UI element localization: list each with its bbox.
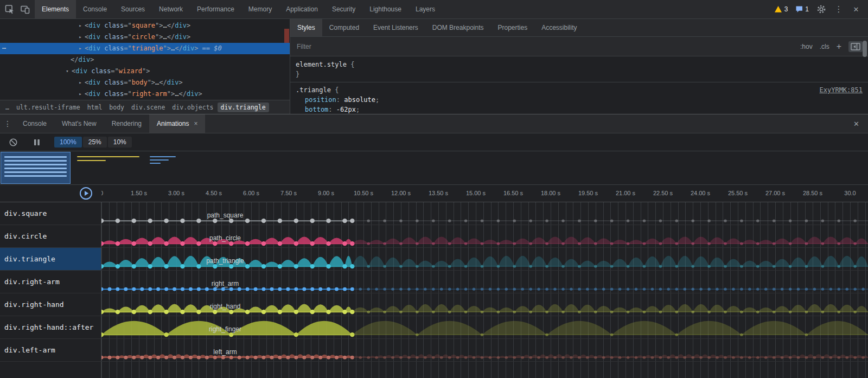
drawer-tabbar: ⋮ ConsoleWhat's NewRenderingAnimations× … [0,114,868,133]
playback-rate-10[interactable]: 10% [108,137,132,148]
styles-filter-input[interactable] [296,42,793,51]
animation-row-selector[interactable]: div.square [0,202,101,225]
css-declaration[interactable]: position: absolute; [296,95,863,105]
dom-token: div [175,33,187,41]
new-style-rule-button[interactable]: + [837,42,841,51]
animation-row-selector[interactable]: div.left-arm [0,339,101,361]
replay-button[interactable] [79,187,93,200]
playback-rate-25[interactable]: 25% [83,137,107,148]
devtools-tab-memory[interactable]: Memory [241,0,279,18]
clear-all-icon[interactable] [5,135,21,149]
styles-tab-computed[interactable]: Computed [322,19,366,36]
breadcrumb-item-ult-result-iframe[interactable]: ult.result-iframe [13,102,84,112]
dom-tree-node[interactable]: ▸<div class="circle">…</div> [0,31,290,43]
close-tab-icon[interactable]: × [194,120,197,127]
animation-group-preview-1[interactable] [1,152,70,183]
styles-scrollbar-thumb[interactable] [863,41,867,57]
collapse-arrow-icon[interactable]: ▸ [77,20,84,31]
dom-tree-node[interactable]: ▸<div class="right-arm">…</div> [0,88,290,100]
tab-label: Console [23,120,47,127]
drawer-tab-what-s-new[interactable]: What's New [54,114,104,133]
pseudo-state-toggle[interactable]: :hov [800,43,813,50]
elements-scrollbar-thumb[interactable] [284,29,289,43]
css-declaration[interactable]: bottom: -62px; [296,105,863,114]
styles-tab-properties[interactable]: Properties [490,19,534,36]
dom-tree-node[interactable]: ▸<div class="body">…</div> [0,77,290,88]
animation-row-selector[interactable]: div.right-arm [0,271,101,293]
devtools-tab-security[interactable]: Security [325,0,362,18]
close-drawer-icon[interactable]: ✕ [845,114,868,133]
devtools-tab-performance[interactable]: Performance [190,0,241,18]
dom-token: square [132,22,155,29]
animation-track[interactable]: path_circle [101,225,868,247]
devtools-tab-layers[interactable]: Layers [409,0,442,18]
overflow-dots-icon[interactable]: ⋯ [2,43,7,54]
element-class-toggle[interactable]: .cls [820,43,829,50]
open-brace: { [331,85,339,95]
animation-track[interactable]: right_arm [101,271,868,293]
time-label: 6.00 s [243,190,259,196]
dom-token: … [163,33,167,41]
collapse-arrow-icon[interactable]: ▸ [77,88,84,100]
styles-tab-accessibility[interactable]: Accessibility [534,19,584,36]
breadcrumb-item-div-objects[interactable]: div.objects [169,102,216,112]
css-selector[interactable]: .triangle [296,85,331,95]
animation-row-selector[interactable]: div.right-hand::after [0,316,101,338]
devtools-tab-sources[interactable]: Sources [114,0,152,18]
settings-gear-icon[interactable] [814,2,829,16]
breadcrumb-item-div-triangle[interactable]: div.triangle [218,102,269,112]
collapse-arrow-icon[interactable]: ▸ [77,77,84,88]
devtools-tab-network[interactable]: Network [152,0,190,18]
warnings-badge[interactable]: 3 [771,5,791,13]
dom-tree-node[interactable]: ▸<div class="square">…</div> [0,20,290,31]
drawer-menu-icon[interactable]: ⋮ [0,114,15,133]
tab-label: Application [286,5,318,13]
styles-tab-event-listeners[interactable]: Event Listeners [366,19,425,36]
devtools-tab-application[interactable]: Application [279,0,325,18]
inspect-element-icon[interactable] [2,2,17,16]
animation-track[interactable]: left_arm [101,339,868,361]
breadcrumb-item-body[interactable]: body [106,102,127,112]
devtools-tab-elements[interactable]: Elements [35,0,76,18]
animation-row-selector[interactable]: div.right-hand [0,293,101,316]
stylesheet-source-link[interactable]: ExyYRMK:851 [820,85,863,95]
drawer-tab-animations[interactable]: Animations× [149,114,205,133]
drawer-tab-rendering[interactable]: Rendering [104,114,149,133]
timeline-ruler[interactable]: 01.50 s3.00 s4.50 s6.00 s7.50 s9.00 s10.… [101,185,868,202]
close-devtools-icon[interactable]: ✕ [848,2,864,16]
more-options-icon[interactable]: ⋮ [831,2,846,16]
breadcrumb-item-html[interactable]: html [84,102,106,112]
styles-tab-dom-breakpoints[interactable]: DOM Breakpoints [425,19,491,36]
animation-row-selector[interactable]: div.triangle [0,248,101,270]
breadcrumb-overflow[interactable]: … [2,102,12,112]
drawer: ⋮ ConsoleWhat's NewRenderingAnimations× … [0,114,868,378]
breadcrumb-item-div-scene[interactable]: div.scene [128,102,168,112]
animation-group-preview-2[interactable] [74,152,143,183]
styles-tab-styles[interactable]: Styles [290,19,322,36]
animation-track[interactable]: path_triangle [101,248,868,270]
expand-arrow-icon[interactable]: ▾ [64,66,71,77]
messages-badge[interactable]: 1 [793,5,812,13]
drawer-tab-console[interactable]: Console [15,114,54,133]
dom-token: div [88,79,100,86]
devtools-tabbar: ElementsConsoleSourcesNetworkPerformance… [0,0,868,19]
dom-tree-node[interactable]: ⋯▸<div class="triangle">…</div>== $0 [0,43,290,54]
device-toolbar-icon[interactable] [17,2,33,16]
animation-track[interactable]: path_square [101,202,868,225]
dom-tree-node[interactable]: ▾<div class="wizard"> [0,66,290,77]
time-label: 21.00 s [616,190,635,196]
time-label: 28.50 s [803,190,822,196]
dom-tree-node[interactable]: </div> [0,54,290,66]
collapse-arrow-icon[interactable]: ▸ [77,43,84,54]
devtools-tab-lighthouse[interactable]: Lighthouse [362,0,409,18]
animation-row-selector[interactable]: div.circle [0,225,101,247]
animation-group-preview-3[interactable] [146,152,215,183]
collapse-arrow-icon[interactable]: ▸ [77,31,84,43]
animation-track[interactable]: right_finger [101,316,868,338]
devtools-tab-console[interactable]: Console [76,0,114,18]
playback-rate-100[interactable]: 100% [54,137,82,148]
animation-track[interactable]: right_hand [101,293,868,316]
sidebar-toggle-icon[interactable] [848,41,863,52]
css-selector[interactable]: element.style [296,60,347,69]
pause-all-icon[interactable] [29,135,44,149]
